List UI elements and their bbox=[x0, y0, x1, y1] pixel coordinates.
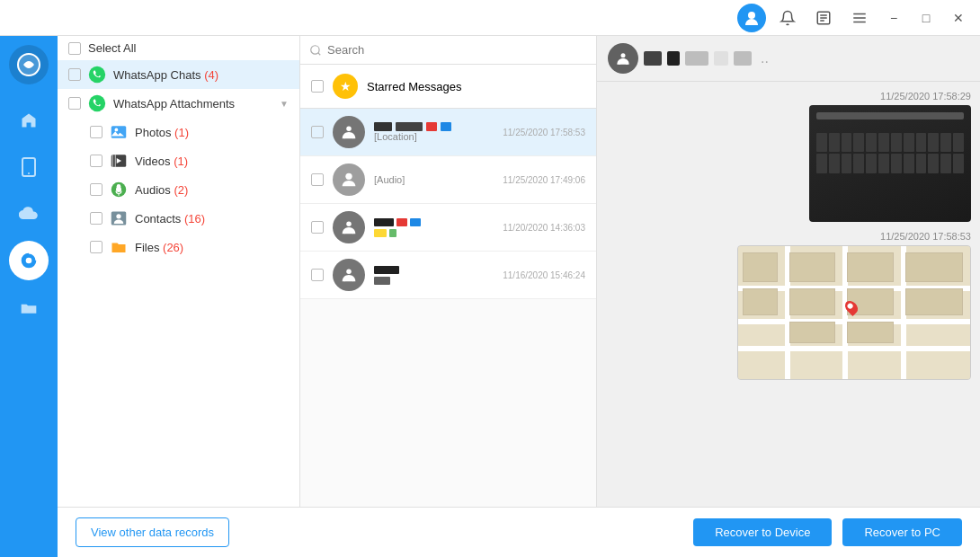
maximize-button[interactable]: □ bbox=[913, 5, 939, 31]
msg1-checkbox[interactable] bbox=[311, 126, 324, 138]
contact-tab-1[interactable] bbox=[608, 43, 638, 74]
photos-icon bbox=[110, 123, 128, 141]
close-button[interactable]: ✕ bbox=[946, 5, 971, 31]
msg2-checkbox[interactable] bbox=[311, 173, 324, 186]
title-bar: − □ ✕ bbox=[0, 0, 980, 36]
tree-item-whatsapp-attachments[interactable]: WhatsApp Attachments ▼ bbox=[58, 89, 299, 118]
dots-label: .. bbox=[761, 50, 769, 66]
left-pane: Select All WhatsApp Chats (4) bbox=[58, 36, 300, 507]
contacts-icon bbox=[110, 209, 128, 227]
svg-point-33 bbox=[343, 231, 347, 234]
starred-messages-row[interactable]: ★ Starred Messages bbox=[300, 65, 596, 109]
select-all-checkbox[interactable] bbox=[68, 42, 81, 55]
svg-point-32 bbox=[346, 222, 352, 227]
sidebar-item-files[interactable] bbox=[9, 287, 49, 327]
videos-label: Videos (1) bbox=[135, 155, 289, 168]
svg-point-14 bbox=[89, 95, 105, 111]
message-row[interactable]: 11/20/2020 14:36:03 bbox=[300, 204, 596, 252]
view-other-data-button[interactable]: View other data records bbox=[76, 517, 229, 547]
msg2-content: [Audio] bbox=[374, 174, 494, 185]
contacts-checkbox[interactable] bbox=[90, 212, 102, 225]
starred-messages-label: Starred Messages bbox=[367, 80, 462, 93]
svg-point-37 bbox=[352, 278, 355, 282]
search-bar bbox=[300, 36, 596, 65]
msg2-avatar bbox=[333, 164, 365, 196]
svg-point-39 bbox=[618, 61, 620, 64]
files-checkbox[interactable] bbox=[90, 241, 102, 253]
whatsapp-chats-label: WhatsApp Chats (4) bbox=[113, 68, 289, 82]
svg-point-40 bbox=[626, 61, 628, 64]
contact-name-block-4 bbox=[714, 51, 728, 66]
svg-point-16 bbox=[115, 128, 119, 132]
message-row[interactable]: [Audio] 11/25/2020 17:49:06 bbox=[300, 156, 596, 204]
recover-to-pc-button[interactable]: Recover to PC bbox=[842, 518, 962, 546]
msg4-time: 11/16/2020 15:46:24 bbox=[503, 270, 585, 280]
files-icon bbox=[110, 238, 128, 256]
search-icon bbox=[309, 44, 322, 57]
svg-point-35 bbox=[346, 270, 352, 275]
svg-point-13 bbox=[89, 66, 105, 83]
tree-item-whatsapp-chats[interactable]: WhatsApp Chats (4) bbox=[58, 60, 299, 89]
tree-item-videos[interactable]: Videos (1) bbox=[58, 146, 299, 175]
msg4-avatar bbox=[333, 259, 365, 291]
svg-point-12 bbox=[26, 258, 32, 264]
audios-icon bbox=[110, 181, 128, 199]
audios-checkbox[interactable] bbox=[90, 183, 102, 196]
minimize-button[interactable]: − bbox=[881, 5, 906, 31]
message-row[interactable]: [Location] 11/25/2020 17:58:53 bbox=[300, 109, 596, 156]
whatsapp-icon bbox=[88, 66, 106, 84]
contact-name-block-3 bbox=[685, 51, 708, 66]
msg2-preview: [Audio] bbox=[374, 174, 494, 185]
recover-to-device-button[interactable]: Recover to Device bbox=[693, 518, 832, 546]
sidebar-item-home[interactable] bbox=[9, 101, 49, 140]
menu-icon[interactable] bbox=[845, 4, 874, 32]
svg-point-30 bbox=[352, 136, 355, 139]
tree-item-files[interactable]: Files (26) bbox=[58, 233, 299, 261]
msg3-checkbox[interactable] bbox=[311, 221, 324, 234]
tree-item-photos[interactable]: Photos (1) bbox=[58, 118, 299, 146]
svg-point-26 bbox=[311, 45, 319, 53]
sidebar-item-cloud[interactable] bbox=[9, 194, 49, 234]
document-icon[interactable] bbox=[809, 4, 838, 32]
videos-checkbox[interactable] bbox=[90, 155, 102, 167]
preview-map bbox=[737, 245, 971, 380]
preview-timestamp-2: 11/25/2020 17:58:53 bbox=[880, 231, 971, 242]
expand-icon: ▼ bbox=[280, 99, 289, 109]
sidebar-item-device[interactable] bbox=[9, 147, 49, 187]
msg1-avatar bbox=[333, 116, 365, 148]
svg-rect-15 bbox=[111, 126, 127, 138]
msg4-checkbox[interactable] bbox=[311, 269, 324, 281]
whatsapp-attachments-icon bbox=[88, 94, 106, 112]
svg-point-10 bbox=[28, 172, 30, 174]
whatsapp-attachments-label: WhatsApp Attachments bbox=[113, 97, 272, 111]
svg-point-25 bbox=[116, 214, 120, 218]
notification-icon[interactable] bbox=[773, 4, 802, 32]
msg3-time: 11/20/2020 14:36:03 bbox=[503, 223, 585, 233]
svg-line-27 bbox=[318, 52, 321, 55]
contacts-label: Contacts (16) bbox=[135, 212, 289, 225]
whatsapp-chats-checkbox[interactable] bbox=[68, 68, 81, 81]
svg-rect-22 bbox=[117, 184, 121, 191]
svg-point-0 bbox=[748, 12, 755, 19]
svg-point-36 bbox=[343, 278, 347, 282]
starred-checkbox[interactable] bbox=[311, 80, 324, 93]
tree-item-contacts[interactable]: Contacts (16) bbox=[58, 204, 299, 233]
contact-name-block-5 bbox=[734, 51, 752, 66]
user-avatar-icon[interactable] bbox=[737, 4, 766, 32]
photos-checkbox[interactable] bbox=[90, 126, 102, 138]
preview-image-1 bbox=[809, 105, 971, 222]
select-all-row[interactable]: Select All bbox=[58, 36, 299, 60]
contact-name-block-1 bbox=[644, 51, 662, 66]
photos-label: Photos (1) bbox=[135, 126, 289, 139]
whatsapp-attachments-checkbox[interactable] bbox=[68, 97, 81, 110]
files-label: Files (26) bbox=[135, 241, 289, 254]
tree-item-audios[interactable]: Audios (2) bbox=[58, 175, 299, 204]
contact-name-block-2 bbox=[667, 51, 680, 66]
sidebar-item-music[interactable] bbox=[9, 241, 49, 280]
svg-point-28 bbox=[346, 127, 352, 132]
sidebar bbox=[0, 36, 58, 557]
svg-point-34 bbox=[352, 231, 355, 234]
app-logo bbox=[9, 45, 49, 84]
message-row[interactable]: 11/16/2020 15:46:24 bbox=[300, 252, 596, 299]
search-input[interactable] bbox=[327, 43, 587, 57]
